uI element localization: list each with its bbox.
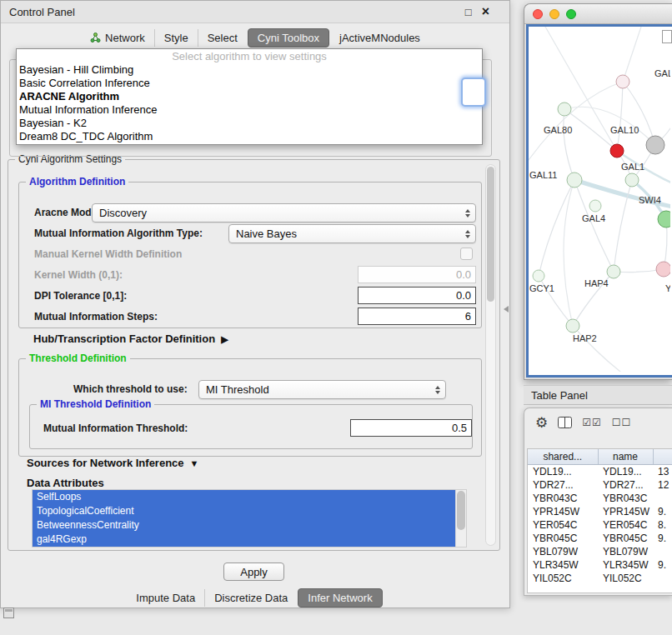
- table-cell[interactable]: YER054C: [598, 518, 653, 532]
- scrollbar-thumb[interactable]: [487, 167, 494, 302]
- mi-steps-input[interactable]: [358, 308, 476, 325]
- minimize-traffic-light-icon[interactable]: [549, 9, 559, 19]
- network-node[interactable]: [533, 270, 544, 282]
- network-node[interactable]: [558, 102, 571, 116]
- scrollbar-thumb[interactable]: [457, 491, 465, 530]
- sources-section[interactable]: Sources for Network Inference ▼: [27, 456, 198, 471]
- table-row[interactable]: YDL19...YDL19...13: [528, 465, 672, 479]
- table-cell[interactable]: 12: [653, 478, 672, 492]
- network-edge[interactable]: [574, 180, 614, 272]
- tab-impute-data[interactable]: Impute Data: [127, 589, 204, 607]
- network-edge[interactable]: [623, 27, 641, 82]
- table-row[interactable]: YDR27...YDR27...12: [528, 478, 672, 492]
- network-edge[interactable]: [564, 109, 617, 151]
- algorithm-option[interactable]: Bayesian - K2: [17, 117, 482, 130]
- network-node[interactable]: [567, 172, 582, 188]
- kernel-width-input[interactable]: [358, 266, 476, 283]
- table-cell[interactable]: YDR27...: [598, 478, 653, 492]
- network-edge[interactable]: [623, 82, 655, 145]
- columns-icon[interactable]: [558, 417, 572, 428]
- network-node[interactable]: [616, 75, 629, 88]
- hub-definition-section[interactable]: Hub/Transcription Factor Definition ▶: [33, 332, 228, 347]
- table-cell[interactable]: YPR145W: [598, 505, 653, 518]
- collapsed-arrow-icon[interactable]: ▶: [221, 335, 228, 344]
- network-node[interactable]: [656, 262, 670, 277]
- table-cell[interactable]: YBL079W: [598, 545, 653, 558]
- tab-jactivemnodules[interactable]: jActiveMNodules: [330, 29, 429, 47]
- tab-discretize-data[interactable]: Discretize Data: [204, 589, 297, 607]
- column-header-partial[interactable]: [653, 449, 672, 465]
- float-window-icon[interactable]: □: [465, 7, 472, 18]
- network-node[interactable]: [625, 173, 639, 187]
- tab-style[interactable]: Style: [154, 29, 198, 47]
- table-cell[interactable]: YDR27...: [528, 478, 598, 492]
- table-cell[interactable]: 13: [653, 465, 672, 479]
- table-cell[interactable]: YLR345W: [528, 558, 598, 572]
- select-all-icon[interactable]: ☑☑: [582, 418, 602, 428]
- table-cell[interactable]: YIL052C: [598, 572, 653, 585]
- tab-network[interactable]: Network: [81, 29, 154, 47]
- network-node[interactable]: [607, 265, 620, 278]
- tab-select[interactable]: Select: [198, 29, 247, 47]
- network-node[interactable]: [658, 211, 670, 228]
- table-cell[interactable]: 9.: [653, 558, 672, 572]
- network-node-red[interactable]: [610, 144, 624, 158]
- table-cell[interactable]: [653, 572, 672, 585]
- algorithm-option[interactable]: Mutual Information Inference: [17, 103, 482, 117]
- column-header-shared-name[interactable]: shared...: [528, 449, 598, 465]
- close-traffic-light-icon[interactable]: [533, 9, 543, 19]
- network-canvas[interactable]: GAL80 GAL10 GAL1 GAL11 SWI4 GAL4 GCY1 HA…: [526, 24, 672, 378]
- table-cell[interactable]: YLR345W: [598, 558, 653, 572]
- table-cell[interactable]: YBL079W: [528, 545, 598, 558]
- algorithm-option[interactable]: Basic Correlation Inference: [17, 77, 482, 90]
- table-row[interactable]: YBR043CYBR043C: [528, 492, 672, 505]
- column-header-name[interactable]: name: [598, 449, 653, 465]
- which-threshold-select[interactable]: MI Threshold: [198, 380, 446, 399]
- zoom-traffic-light-icon[interactable]: [566, 9, 576, 19]
- manual-kernel-width-checkbox[interactable]: [460, 248, 473, 260]
- table-cell[interactable]: YIL052C: [528, 572, 598, 585]
- table-row[interactable]: YPR145WYPR145W9.: [528, 505, 672, 518]
- canvas-scrollbar-fragment[interactable]: [662, 30, 672, 43]
- expanded-arrow-icon[interactable]: ▼: [190, 459, 199, 468]
- tab-infer-network[interactable]: Infer Network: [298, 588, 382, 608]
- gear-icon[interactable]: ⚙: [535, 416, 548, 430]
- algorithm-option[interactable]: Dream8 DC_TDC Algorithm: [17, 130, 482, 143]
- network-node[interactable]: [589, 200, 601, 212]
- docked-panel-icon[interactable]: [3, 608, 14, 618]
- aracne-mode-select[interactable]: Discovery: [92, 203, 476, 222]
- algorithm-option-selected[interactable]: ARACNE Algorithm: [17, 90, 482, 103]
- attribute-item-selected[interactable]: SelfLoops: [33, 490, 456, 504]
- table-cell[interactable]: 8.: [653, 518, 672, 532]
- table-cell[interactable]: YPR145W: [528, 505, 598, 518]
- attribute-item-selected[interactable]: TopologicalCoefficient: [33, 504, 456, 518]
- table-cell[interactable]: YDL19...: [598, 465, 653, 479]
- network-edge[interactable]: [564, 109, 574, 180]
- table-cell[interactable]: YBR043C: [598, 492, 653, 505]
- network-node[interactable]: [566, 319, 579, 332]
- dpi-tolerance-input[interactable]: [358, 287, 476, 304]
- attribute-list-scrollbar[interactable]: [455, 490, 466, 547]
- table-cell[interactable]: YER054C: [528, 518, 598, 532]
- apply-button[interactable]: Apply: [223, 562, 284, 581]
- table-row[interactable]: YBL079WYBL079W: [528, 545, 672, 558]
- deselect-all-icon[interactable]: ☐☐: [612, 418, 632, 428]
- close-window-icon[interactable]: ×: [482, 5, 489, 18]
- algorithm-combobox-fragment[interactable]: [461, 78, 486, 107]
- panel-splitter-handle[interactable]: [504, 306, 509, 312]
- table-row[interactable]: YIL052CYIL052C: [528, 572, 672, 585]
- mi-algorithm-type-select[interactable]: Naive Bayes: [228, 224, 476, 243]
- table-cell[interactable]: [653, 545, 672, 558]
- mi-threshold-input[interactable]: [350, 419, 472, 437]
- algorithm-option[interactable]: Bayesian - Hill Climbing: [17, 63, 482, 77]
- table-cell[interactable]: [653, 492, 672, 505]
- table-cell[interactable]: 9.: [653, 505, 672, 518]
- network-edge[interactable]: [539, 180, 574, 276]
- table-cell[interactable]: YDL19...: [528, 465, 598, 479]
- tab-cyni-toolbox[interactable]: Cyni Toolbox: [248, 28, 329, 48]
- table-cell[interactable]: 9.: [653, 532, 672, 545]
- table-row[interactable]: YBR045CYBR045C9.: [528, 532, 672, 545]
- network-node[interactable]: [646, 136, 664, 154]
- table-cell[interactable]: YBR045C: [598, 532, 653, 545]
- network-edge[interactable]: [529, 82, 623, 160]
